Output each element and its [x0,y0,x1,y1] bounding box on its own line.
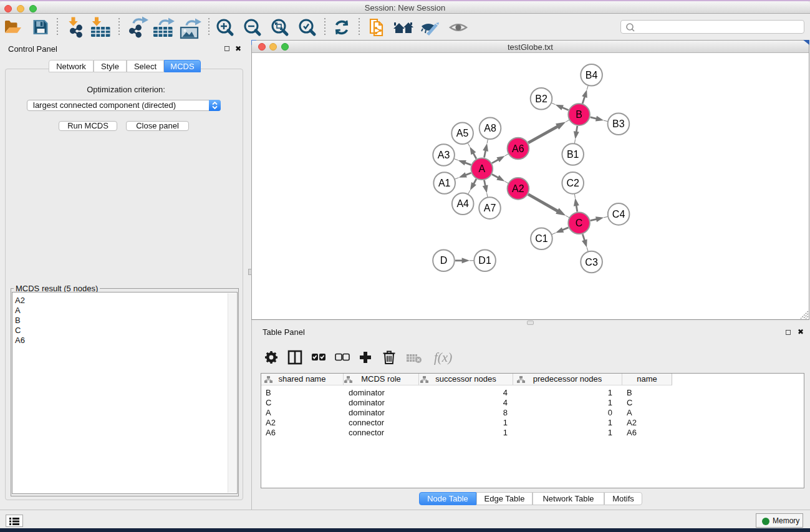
svg-text:A: A [478,163,485,174]
svg-text:B: B [576,109,582,120]
svg-text:A4: A4 [456,198,469,209]
svg-text:B3: B3 [612,118,625,129]
svg-text:A3: A3 [438,150,450,160]
svg-text:B2: B2 [535,94,547,104]
svg-text:D1: D1 [478,255,491,266]
svg-text:C2: C2 [566,178,579,188]
svg-text:A5: A5 [456,128,469,138]
svg-text:C4: C4 [612,209,625,220]
svg-text:A1: A1 [438,178,451,188]
svg-text:C: C [576,218,583,228]
svg-text:A6: A6 [512,143,524,154]
svg-text:A7: A7 [484,203,496,213]
svg-text:B1: B1 [567,149,579,160]
svg-text:B4: B4 [586,70,598,80]
svg-text:A2: A2 [512,183,524,194]
svg-text:C3: C3 [585,257,598,268]
svg-text:D: D [440,255,448,266]
svg-text:A8: A8 [484,123,496,133]
svg-text:f(x): f(x) [434,350,452,365]
svg-text:C1: C1 [535,233,548,244]
